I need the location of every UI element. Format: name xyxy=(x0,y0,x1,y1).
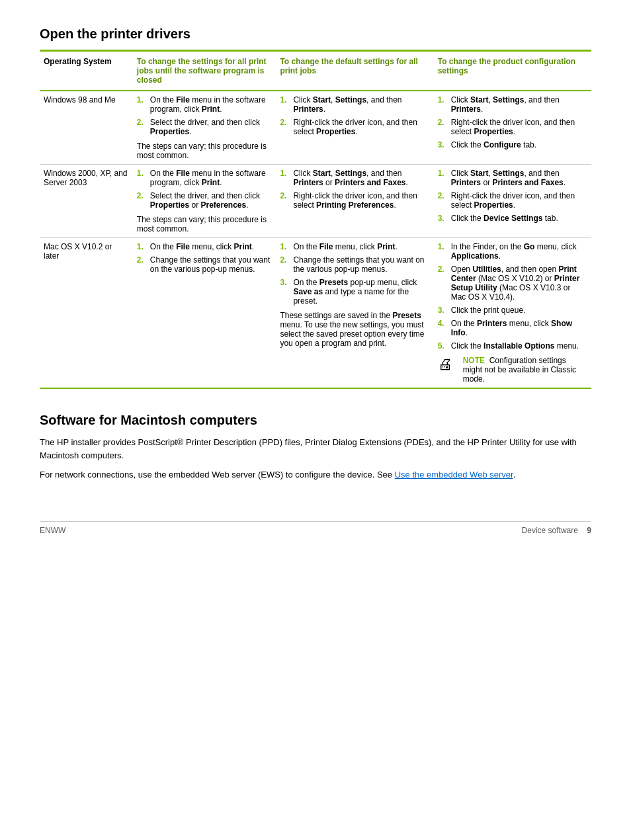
col2-cell: 1.On the File menu in the software progr… xyxy=(133,165,276,238)
note-box: 🖨 NOTE Configuration settings might not … xyxy=(438,356,587,384)
table-row: Windows 98 and Me1.On the File menu in t… xyxy=(40,91,591,165)
software-macintosh-section: Software for Macintosh computers The HP … xyxy=(40,413,591,482)
footer-center: Device software 9 xyxy=(522,526,591,535)
col1-header: Operating System xyxy=(40,51,133,91)
os-cell: Windows 2000, XP, and Server 2003 xyxy=(40,165,133,238)
col3-cell: 1.Click Start, Settings, and then Printe… xyxy=(276,165,433,238)
embedded-web-server-link[interactable]: Use the embedded Web server xyxy=(395,470,513,480)
col3-cell: 1.On the File menu, click Print.2.Change… xyxy=(276,238,433,389)
col2-header: To change the settings for all print job… xyxy=(133,51,276,91)
col4-cell: 1.Click Start, Settings, and then Printe… xyxy=(434,165,591,238)
note-icon: 🖨 xyxy=(438,356,458,373)
col4-cell: 1.Click Start, Settings, and then Printe… xyxy=(434,91,591,165)
col4-cell: 1.In the Finder, on the Go menu, click A… xyxy=(434,238,591,389)
col2-cell: 1.On the File menu, click Print.2.Change… xyxy=(133,238,276,389)
table-row: Mac OS X V10.2 or later1.On the File men… xyxy=(40,238,591,389)
os-cell: Mac OS X V10.2 or later xyxy=(40,238,133,389)
section2-title: Software for Macintosh computers xyxy=(40,413,591,428)
col3-header: To change the default settings for all p… xyxy=(276,51,433,91)
section1-title: Open the printer drivers xyxy=(40,26,591,42)
section2-para2: For network connections, use the embedde… xyxy=(40,468,591,482)
table-row: Windows 2000, XP, and Server 20031.On th… xyxy=(40,165,591,238)
section2-para1: The HP installer provides PostScript® Pr… xyxy=(40,436,591,462)
col4-header: To change the product configuration sett… xyxy=(434,51,591,91)
footer-enww: ENWW xyxy=(40,526,65,535)
section2-para2-prefix: For network connections, use the embedde… xyxy=(40,470,395,480)
section2-para2-suffix: . xyxy=(513,470,516,480)
col2-cell: 1.On the File menu in the software progr… xyxy=(133,91,276,165)
driver-table: Operating System To change the settings … xyxy=(40,50,591,389)
col3-cell: 1.Click Start, Settings, and then Printe… xyxy=(276,91,433,165)
open-printer-drivers-section: Open the printer drivers Operating Syste… xyxy=(40,26,591,389)
os-cell: Windows 98 and Me xyxy=(40,91,133,165)
page-footer: ENWW Device software 9 xyxy=(40,521,591,535)
